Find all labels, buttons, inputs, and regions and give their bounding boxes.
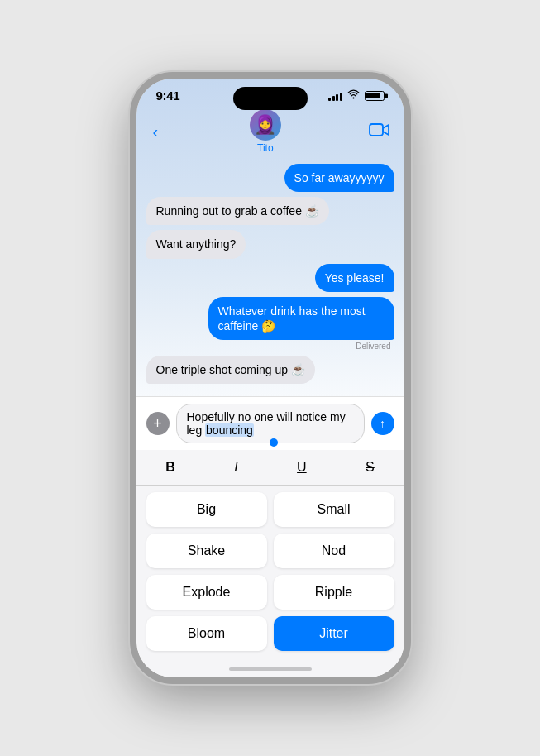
input-area: + Hopefully no one will notice my leg bo… <box>136 396 404 450</box>
message-input[interactable]: Hopefully no one will notice my leg boun… <box>176 404 365 443</box>
phone-frame: 9:41 <box>130 72 411 684</box>
strikethrough-format-button[interactable]: S <box>356 457 385 478</box>
wifi-icon <box>347 89 360 102</box>
contact-info[interactable]: 🧕 Tito <box>250 109 281 154</box>
status-icons <box>328 89 385 102</box>
effect-jitter-button[interactable]: Jitter <box>274 616 394 651</box>
message-row: Want anything? <box>146 230 394 258</box>
messages-area: So far awayyyyyy Running out to grab a c… <box>136 160 404 396</box>
text-cursor <box>270 438 278 447</box>
back-button[interactable]: ‹ <box>150 119 162 145</box>
send-button[interactable]: ↑ <box>371 412 394 435</box>
underline-format-button[interactable]: U <box>287 457 317 478</box>
effect-small-button[interactable]: Small <box>274 492 394 527</box>
effect-nod-button[interactable]: Nod <box>274 534 394 568</box>
add-attachment-button[interactable]: + <box>146 412 170 435</box>
message-row: Running out to grab a coffee ☕ <box>146 197 394 225</box>
message-bubble: Running out to grab a coffee ☕ <box>146 197 329 225</box>
delivered-label: Delivered <box>356 342 394 351</box>
battery-fill <box>366 93 380 98</box>
effect-big-button[interactable]: Big <box>146 492 267 527</box>
message-row: Whatever drink has the most caffeine 🤔 D… <box>146 297 394 351</box>
signal-bars-icon <box>328 91 342 101</box>
input-text: Hopefully no one will notice my leg boun… <box>187 410 354 437</box>
effect-bloom-button[interactable]: Bloom <box>146 616 267 651</box>
status-time: 9:41 <box>156 89 180 103</box>
selected-text: bouncing <box>205 423 254 437</box>
contact-name: Tito <box>257 142 274 154</box>
effect-shake-button[interactable]: Shake <box>146 534 267 568</box>
effect-explode-button[interactable]: Explode <box>146 575 267 610</box>
message-bubble: Want anything? <box>146 230 246 258</box>
nav-bar: ‹ 🧕 Tito <box>136 106 404 160</box>
battery-icon <box>365 91 385 101</box>
message-bubble: Yes please! <box>315 264 394 292</box>
message-bubble: Whatever drink has the most caffeine 🤔 <box>208 297 394 340</box>
format-bar: B I U S <box>136 450 404 486</box>
video-call-button[interactable] <box>369 122 390 141</box>
screen: 9:41 <box>136 79 404 677</box>
message-row: So far awayyyyyy <box>146 164 394 192</box>
svg-rect-0 <box>370 124 383 136</box>
effect-ripple-button[interactable]: Ripple <box>274 575 394 610</box>
avatar: 🧕 <box>250 109 281 141</box>
effects-grid: Big Small Shake Nod Explode Ripple Bloom… <box>136 486 404 664</box>
italic-format-button[interactable]: I <box>224 457 247 478</box>
message-bubble: One triple shot coming up ☕ <box>146 356 315 384</box>
message-row: Yes please! <box>146 264 394 292</box>
message-bubble: So far awayyyyyy <box>284 164 394 192</box>
dynamic-island <box>233 87 308 110</box>
bold-format-button[interactable]: B <box>155 457 185 478</box>
home-indicator <box>136 664 404 677</box>
message-row: One triple shot coming up ☕ <box>146 356 394 384</box>
home-bar <box>229 667 312 671</box>
